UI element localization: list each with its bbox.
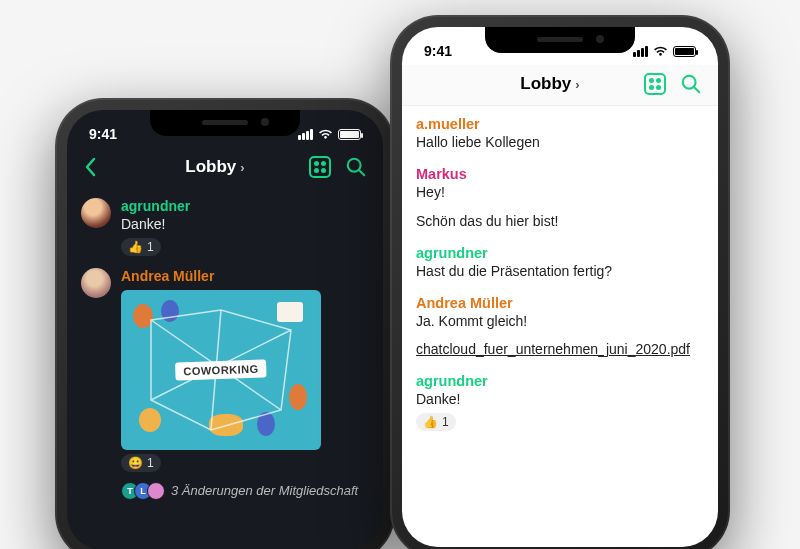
mini-avatars: T L: [121, 482, 165, 500]
notch: [485, 27, 635, 53]
message[interactable]: a.mueller Hallo liebe Kollegen: [416, 116, 704, 152]
reaction[interactable]: 😀 1: [121, 454, 161, 472]
message[interactable]: agrundner Hast du die Präsentation ferti…: [416, 245, 704, 281]
sender-name: Markus: [416, 166, 704, 182]
membership-change[interactable]: T L 3 Änderungen der Mitgliedschaft: [121, 482, 369, 500]
nav-title[interactable]: Lobby ›: [458, 74, 642, 94]
wifi-icon: [318, 129, 333, 140]
navbar: Lobby ›: [67, 148, 383, 188]
chevron-right-icon: ›: [575, 77, 579, 92]
message[interactable]: Andrea Müller COWORKING 😀: [81, 268, 369, 500]
message[interactable]: Andrea Müller Ja. Kommt gleich! chatclou…: [416, 295, 704, 360]
status-time: 9:41: [424, 43, 452, 59]
message[interactable]: Markus Hey! Schön das du hier bist!: [416, 166, 704, 231]
message[interactable]: agrundner Danke! 👍 1: [81, 198, 369, 256]
svg-line-3: [694, 87, 699, 92]
search-button[interactable]: [680, 73, 702, 95]
file-link[interactable]: chatcloud_fuer_unternehmen_juni_2020.pdf: [416, 340, 704, 359]
sender-name: agrundner: [121, 198, 369, 214]
back-button[interactable]: [83, 157, 97, 177]
message-text: Hallo liebe Kollegen: [416, 133, 704, 152]
message-text: Danke!: [416, 390, 704, 409]
grid-button[interactable]: [644, 73, 666, 95]
sender-name: a.mueller: [416, 116, 704, 132]
message-text: Hast du die Präsentation fertig?: [416, 262, 704, 281]
reaction-emoji: 👍: [423, 415, 438, 429]
search-icon: [345, 156, 367, 178]
image-label: COWORKING: [175, 359, 267, 380]
avatar[interactable]: [81, 198, 111, 228]
signal-icon: [298, 129, 313, 140]
reaction-count: 1: [442, 415, 449, 429]
membership-text: 3 Änderungen der Mitgliedschaft: [171, 483, 358, 498]
notch: [150, 110, 300, 136]
reaction-count: 1: [147, 456, 154, 470]
message[interactable]: agrundner Danke! 👍 1: [416, 373, 704, 431]
message-text: Hey!: [416, 183, 704, 202]
phone-dark: 9:41 Lobby ›: [55, 98, 395, 549]
avatar[interactable]: [81, 268, 111, 298]
search-icon: [680, 73, 702, 95]
sender-name: agrundner: [416, 245, 704, 261]
svg-line-1: [359, 170, 364, 175]
grid-icon: [644, 73, 666, 95]
reaction-emoji: 👍: [128, 240, 143, 254]
search-button[interactable]: [345, 156, 367, 178]
message-text: Ja. Kommt gleich!: [416, 312, 704, 331]
phone-light: 9:41 Lobby › a.mueller Hall: [390, 15, 730, 549]
chat-list[interactable]: agrundner Danke! 👍 1 Andrea Müller: [67, 188, 383, 522]
navbar: Lobby ›: [402, 65, 718, 106]
reaction[interactable]: 👍 1: [121, 238, 161, 256]
sender-name: Andrea Müller: [121, 268, 369, 284]
reaction[interactable]: 👍 1: [416, 413, 456, 431]
battery-icon: [673, 46, 696, 57]
status-time: 9:41: [89, 126, 117, 142]
reaction-count: 1: [147, 240, 154, 254]
chat-list[interactable]: a.mueller Hallo liebe Kollegen Markus He…: [402, 106, 718, 455]
sender-name: agrundner: [416, 373, 704, 389]
sender-name: Andrea Müller: [416, 295, 704, 311]
signal-icon: [633, 46, 648, 57]
nav-title[interactable]: Lobby ›: [123, 157, 307, 177]
grid-button[interactable]: [309, 156, 331, 178]
grid-icon: [309, 156, 331, 178]
message-text: Danke!: [121, 215, 369, 234]
message-text: Schön das du hier bist!: [416, 212, 704, 231]
reaction-emoji: 😀: [128, 456, 143, 470]
image-attachment[interactable]: COWORKING: [121, 290, 321, 450]
chevron-right-icon: ›: [240, 160, 244, 175]
battery-icon: [338, 129, 361, 140]
wifi-icon: [653, 46, 668, 57]
